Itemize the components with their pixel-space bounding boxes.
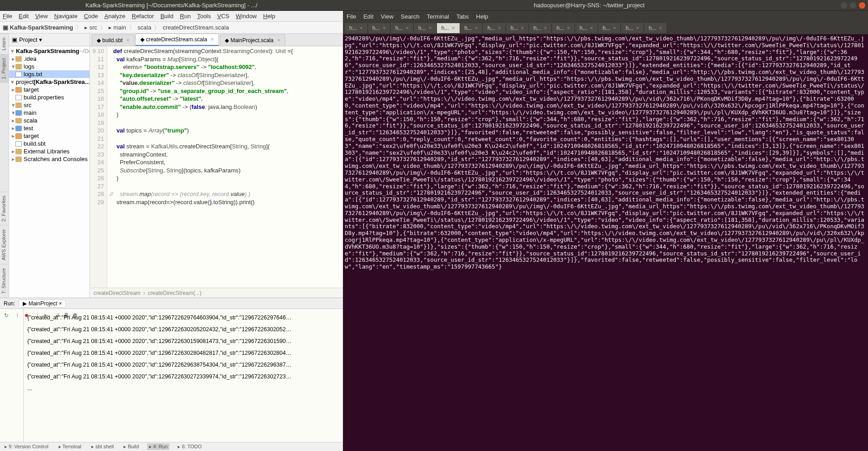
menu-vcs[interactable]: VCS — [217, 13, 229, 20]
ide-title: Kafka-SparkStreaming [~/Documents/Kafka-… — [85, 2, 258, 9]
term-tab[interactable]: h... × — [575, 23, 598, 33]
tree-node[interactable]: logs.txt — [9, 70, 89, 78]
run-output[interactable]: {"created_at":"Fri Aug 21 08:15:41 +0000… — [24, 309, 343, 442]
tree-node[interactable]: ▸target — [9, 132, 89, 140]
term-menu-edit[interactable]: Edit — [363, 13, 373, 20]
tree-node[interactable]: ▸test — [9, 124, 89, 132]
bottom-btn[interactable]: ▸ sbt shell — [89, 443, 115, 450]
editor-tab[interactable]: ◆ MainProject.scala× — [220, 34, 285, 46]
term-tab[interactable]: h... × — [506, 23, 529, 33]
term-tab[interactable]: h... × — [345, 23, 368, 33]
term-menu-search[interactable]: Search — [401, 13, 419, 20]
code-breadcrumb: createDirectStream › createDirecStream(.… — [90, 288, 343, 298]
maximize-icon[interactable] — [850, 2, 856, 9]
term-menu-file[interactable]: File — [347, 13, 356, 20]
tree-node[interactable]: ▸scala — [9, 117, 89, 124]
menu-file[interactable]: File — [3, 13, 12, 20]
menu-refactor[interactable]: Refactor — [132, 13, 154, 20]
crumb-1[interactable]: ▸ src — [84, 24, 97, 31]
term-menu-view[interactable]: View — [381, 13, 393, 20]
sidetab-project[interactable]: 1: Project — [0, 54, 9, 83]
menu-help[interactable]: Help — [263, 13, 275, 20]
crumb-3[interactable]: scala — [138, 24, 151, 31]
sidetab-favorites[interactable]: 2: Favorites — [0, 191, 9, 225]
term-tab[interactable]: h... × — [414, 23, 437, 33]
tree-node[interactable]: build.properties — [9, 93, 89, 101]
tab-close-icon[interactable]: × — [211, 36, 214, 43]
tab-close-icon[interactable]: × — [544, 25, 547, 31]
menu-navigate[interactable]: Navigate — [54, 13, 77, 20]
menu-analyze[interactable]: Analyze — [104, 13, 125, 20]
term-menu-help[interactable]: Help — [476, 13, 488, 20]
tab-close-icon[interactable]: × — [429, 25, 432, 31]
menu-build[interactable]: Build — [160, 13, 174, 20]
term-menu-tabs[interactable]: Tabs — [456, 13, 469, 20]
tree-node[interactable]: ▾project [Kafka-SparkStrea… — [9, 78, 89, 86]
menu-code[interactable]: Code — [84, 13, 98, 20]
rerun-icon[interactable]: ↻ — [2, 311, 11, 320]
close-icon[interactable] — [859, 2, 865, 9]
tab-close-icon[interactable]: × — [277, 37, 280, 44]
tree-node[interactable]: ▾logs — [9, 63, 89, 70]
bottom-btn[interactable]: ▸ 6: TODO — [176, 443, 203, 450]
crumb-0[interactable]: ▣ Kafka-SparkStreaming — [3, 24, 73, 31]
term-tab[interactable]: h... × — [621, 23, 644, 33]
tab-close-icon[interactable]: × — [498, 25, 501, 31]
tree-node[interactable]: ▾Kafka-SparkStreaming ~/Do — [9, 47, 89, 55]
term-tab[interactable]: h... × — [598, 23, 621, 33]
tree-node[interactable]: ▸.idea — [9, 55, 89, 63]
minimize-icon[interactable] — [841, 2, 847, 9]
tree-node[interactable]: build.sbt — [9, 140, 89, 147]
tree-node[interactable]: ▸Scratches and Consoles — [9, 155, 89, 163]
tree-node[interactable]: ▾src — [9, 101, 89, 109]
term-tab[interactable]: h... × — [368, 23, 391, 33]
tab-close-icon[interactable]: × — [567, 25, 570, 31]
tab-close-icon[interactable]: × — [360, 25, 363, 31]
menu-edit[interactable]: Edit — [19, 13, 29, 20]
bottom-btn[interactable]: ▸ Build — [122, 443, 141, 450]
term-tab[interactable]: h... × — [529, 23, 552, 33]
term-tab[interactable]: h... × — [644, 23, 667, 33]
tab-close-icon[interactable]: × — [659, 25, 662, 31]
term-output[interactable]: 2940289\/pu\/img\/-0duIF6-6KttEZu_.jpg",… — [343, 34, 868, 451]
tree-node[interactable]: ▾main — [9, 109, 89, 117]
crumb-2[interactable]: ▸ main — [109, 24, 126, 31]
tab-close-icon[interactable]: × — [521, 25, 524, 31]
tab-close-icon[interactable]: × — [636, 25, 639, 31]
term-tab[interactable]: h... × — [437, 23, 460, 33]
term-menu-terminal[interactable]: Terminal — [427, 13, 449, 20]
tab-close-icon[interactable]: × — [126, 37, 129, 44]
sidetab-learn[interactable]: Learn — [0, 34, 9, 54]
bottom-btn[interactable]: ▸ 9: Version Control — [3, 443, 50, 450]
menu-tools[interactable]: Tools — [197, 13, 211, 20]
tab-close-icon[interactable]: × — [382, 25, 386, 31]
term-tab[interactable]: h... × — [460, 23, 483, 33]
tab-close-icon[interactable]: × — [406, 25, 409, 31]
tab-close-icon[interactable]: × — [452, 25, 455, 31]
editor-tab[interactable]: ◆ createDirectStream.scala× — [135, 34, 219, 46]
bc-method[interactable]: createDirecStream(...) — [148, 290, 201, 296]
sidetab-structure[interactable]: 7: Structure — [0, 264, 9, 298]
menu-view[interactable]: View — [35, 13, 48, 20]
project-view-combo[interactable]: ▣ Project ▾ — [12, 36, 42, 43]
sidetab-aws[interactable]: AWS Explorer — [0, 225, 9, 264]
menu-run[interactable]: Run — [180, 13, 191, 20]
up-icon[interactable]: ↑ — [13, 311, 22, 320]
editor-tab[interactable]: ◆ build.sbt× — [92, 34, 134, 46]
term-tab[interactable]: h... × — [483, 23, 506, 33]
term-tab[interactable]: h... × — [552, 23, 575, 33]
tab-close-icon[interactable]: × — [475, 25, 478, 31]
tree-node[interactable]: ▸External Libraries — [9, 147, 89, 155]
menu-window[interactable]: Window — [236, 13, 257, 20]
tree-node[interactable]: ▸target — [9, 86, 89, 93]
code-content[interactable]: def createDirecStream(streamingContext:S… — [107, 46, 343, 288]
bottom-btn[interactable]: ▸ Terminal — [57, 443, 83, 450]
bc-class[interactable]: createDirectStream — [94, 290, 140, 296]
tab-close-icon[interactable]: × — [590, 25, 593, 31]
crumb-4[interactable]: createDirectStream.scala — [163, 24, 229, 31]
run-config-tab[interactable]: ▶ MainProject × — [19, 299, 66, 308]
term-tab[interactable]: h... × — [391, 23, 414, 33]
run-tool-window: Run: ▶ MainProject × ↻↑ ■↓ ⇤↲ 🖶 🗑 {"crea… — [0, 298, 343, 442]
tab-close-icon[interactable]: × — [613, 25, 616, 31]
bottom-btn[interactable]: ▸ 4: Run — [147, 443, 169, 450]
